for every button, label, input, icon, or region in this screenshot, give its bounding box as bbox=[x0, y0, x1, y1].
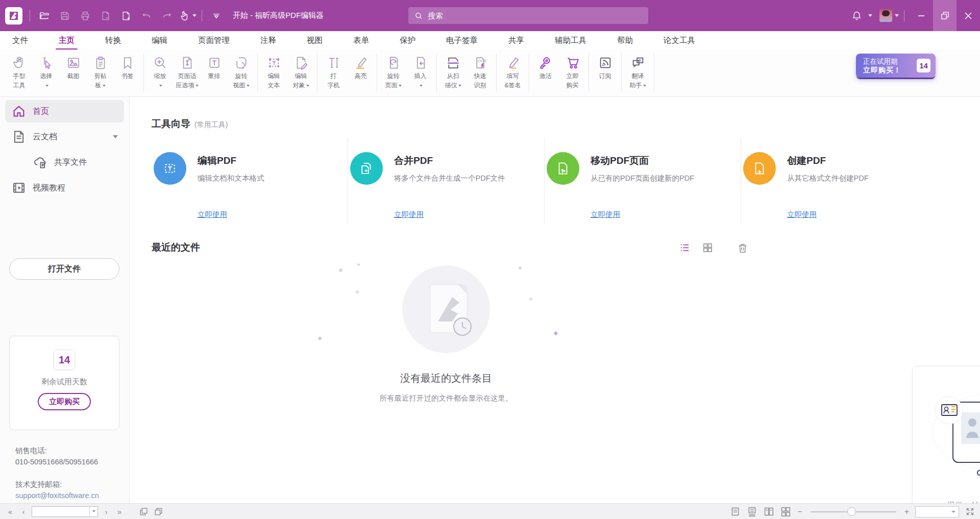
trial-badge[interactable]: 正在试用期 立即购买！ 14 bbox=[856, 54, 936, 78]
dot-decoration bbox=[519, 266, 522, 269]
open-file-button[interactable]: 打开文件 bbox=[9, 258, 119, 280]
search-bar[interactable] bbox=[408, 7, 648, 24]
add-page-icon[interactable] bbox=[117, 7, 135, 25]
tool-card-merge-pdf: 合并PDF将多个文件合并生成一个PDF文件立即使用 bbox=[348, 138, 545, 225]
menu-item-表单[interactable]: 表单 bbox=[352, 32, 370, 49]
sidebar-item-cloud-docs[interactable]: 云文档 bbox=[5, 126, 124, 148]
facing-view-icon[interactable] bbox=[764, 506, 774, 517]
single-page-view-icon[interactable] bbox=[730, 506, 741, 517]
ribbon-tool-fill-sign[interactable]: 填写&签名 bbox=[499, 54, 526, 89]
grid-view-icon[interactable] bbox=[702, 242, 714, 254]
continuous-view-icon[interactable] bbox=[747, 506, 757, 517]
touch-mode-dropdown[interactable] bbox=[192, 14, 197, 17]
menu-item-转换[interactable]: 转换 bbox=[104, 32, 122, 49]
ribbon-tool-label: 旋转 bbox=[235, 72, 248, 80]
sidebar-item-shared-files[interactable]: 共享文件 bbox=[27, 151, 124, 174]
notification-dropdown[interactable] bbox=[868, 14, 872, 17]
ribbon-tool-hand[interactable]: 手型工具 bbox=[6, 54, 33, 89]
prev-page-button[interactable]: ‹ bbox=[18, 507, 29, 516]
ribbon-tool-reflow[interactable]: 重排 bbox=[201, 54, 228, 80]
menu-item-注释[interactable]: 注释 bbox=[259, 32, 277, 49]
menu-item-页面管理[interactable]: 页面管理 bbox=[197, 32, 231, 49]
menu-item-编辑[interactable]: 编辑 bbox=[151, 32, 168, 49]
ribbon-tool-ocr[interactable]: OCR快速识别 bbox=[467, 54, 494, 89]
buy-now-button[interactable]: 立即购买 bbox=[38, 393, 91, 410]
menu-item-论文工具[interactable]: 论文工具 bbox=[663, 32, 696, 49]
restore-button[interactable] bbox=[933, 0, 957, 31]
menu-item-主页[interactable]: 主页 bbox=[58, 32, 76, 49]
menu-item-文件[interactable]: 文件 bbox=[11, 32, 29, 49]
ribbon-tool-clipboard[interactable]: 剪贴板 bbox=[87, 54, 114, 89]
menu-item-电子签章[interactable]: 电子签章 bbox=[445, 32, 479, 49]
ribbon-tool-fit-page[interactable]: 页面适应选项 bbox=[174, 54, 201, 89]
page-number-input[interactable] bbox=[32, 508, 89, 515]
avatar[interactable] bbox=[879, 9, 892, 22]
page-dropdown-icon[interactable] bbox=[89, 507, 97, 516]
ribbon-tool-bookmark[interactable]: 书签 bbox=[114, 54, 141, 80]
use-now-link[interactable]: 立即使用 bbox=[198, 210, 227, 219]
zoom-in-button[interactable]: + bbox=[904, 507, 909, 516]
ribbon-tool-edit-object[interactable]: 编辑对象 bbox=[287, 54, 314, 89]
menu-item-保护[interactable]: 保护 bbox=[399, 32, 416, 49]
divider bbox=[202, 10, 202, 21]
touch-mode-icon[interactable] bbox=[178, 7, 197, 25]
use-now-link[interactable]: 立即使用 bbox=[394, 210, 424, 219]
ribbon-tool-scanner[interactable]: 从扫描仪 bbox=[439, 54, 467, 89]
redo-icon[interactable] bbox=[158, 7, 176, 25]
ribbon-tool-label: 字机 bbox=[328, 82, 340, 89]
facing-continuous-view-icon[interactable] bbox=[780, 506, 791, 517]
chevron-down-icon[interactable] bbox=[113, 135, 118, 138]
ribbon-tool-rotate-view[interactable]: 旋转视图 bbox=[228, 54, 255, 89]
menu-item-帮助[interactable]: 帮助 bbox=[616, 32, 634, 49]
ribbon-tool-zoom[interactable]: 缩放 bbox=[146, 54, 174, 89]
ribbon-tool-typewriter[interactable]: 打字机 bbox=[320, 54, 347, 89]
ribbon-tool-select[interactable]: 选择 bbox=[33, 54, 60, 89]
use-now-link[interactable]: 立即使用 bbox=[591, 210, 620, 219]
account-dropdown[interactable] bbox=[895, 14, 899, 17]
trash-icon[interactable] bbox=[737, 242, 748, 254]
use-now-link[interactable]: 立即使用 bbox=[787, 210, 817, 219]
support-email-link[interactable]: support@foxitsoftware.cn bbox=[15, 490, 99, 501]
notification-bell-icon[interactable] bbox=[847, 7, 866, 25]
open-folder-icon[interactable] bbox=[35, 7, 54, 25]
ribbon-tool-cart[interactable]: 立即购买 bbox=[559, 54, 586, 89]
menu-item-共享[interactable]: 共享 bbox=[507, 32, 525, 49]
minimize-button[interactable] bbox=[910, 0, 933, 31]
last-page-button[interactable]: » bbox=[114, 507, 125, 516]
menu-item-视图[interactable]: 视图 bbox=[306, 32, 324, 49]
sidebar-item-video-tutorials[interactable]: 视频教程 bbox=[5, 177, 124, 199]
zoom-slider-thumb[interactable] bbox=[847, 507, 856, 516]
ribbon-group: 编辑文本编辑对象 bbox=[258, 54, 317, 91]
save-icon[interactable] bbox=[56, 7, 74, 25]
search-input[interactable] bbox=[428, 11, 642, 20]
menu-item-辅助工具[interactable]: 辅助工具 bbox=[554, 32, 587, 49]
ribbon-tool-snapshot[interactable]: 截图 bbox=[60, 54, 87, 80]
zoom-level-combo[interactable] bbox=[915, 506, 959, 517]
ribbon-tool-subscribe[interactable]: 订阅 bbox=[592, 54, 619, 80]
cascade-pages-icon[interactable] bbox=[154, 507, 163, 516]
ribbon-tool-edit-text[interactable]: 编辑文本 bbox=[260, 54, 287, 89]
ribbon-tool-rotate-pages[interactable]: 旋转页面 bbox=[380, 54, 407, 89]
zoom-slider[interactable] bbox=[811, 511, 896, 512]
zoom-out-button[interactable]: − bbox=[797, 507, 802, 516]
ribbon-tool-translate[interactable]: A翻译助手 bbox=[624, 54, 651, 89]
ribbon-tool-insert[interactable]: 插入 bbox=[407, 54, 434, 89]
delete-page-icon[interactable] bbox=[96, 7, 115, 25]
collapse-ribbon-icon[interactable] bbox=[207, 7, 226, 25]
rotate-pages-icon bbox=[386, 55, 401, 71]
sidebar-item-home[interactable]: 首页 bbox=[5, 100, 124, 122]
recent-files-title: 最近的文件 bbox=[152, 241, 200, 254]
ribbon-tool-activate[interactable]: 激活 bbox=[532, 54, 559, 80]
snapshot-pages-icon[interactable] bbox=[139, 507, 149, 516]
fullscreen-icon[interactable] bbox=[965, 507, 975, 516]
print-icon[interactable] bbox=[76, 7, 94, 25]
empty-state-description: 所有最近打开过的文件都会显示在这里。 bbox=[324, 393, 569, 403]
next-page-button[interactable]: › bbox=[101, 507, 111, 516]
ribbon-tool-label: 缩放 bbox=[154, 72, 166, 80]
ribbon-tool-highlight[interactable]: 高亮 bbox=[347, 54, 374, 80]
undo-icon[interactable] bbox=[137, 7, 156, 25]
close-button[interactable] bbox=[957, 0, 980, 31]
first-page-button[interactable]: « bbox=[5, 507, 15, 516]
list-view-icon[interactable] bbox=[679, 242, 691, 254]
page-number-field[interactable] bbox=[32, 506, 98, 517]
